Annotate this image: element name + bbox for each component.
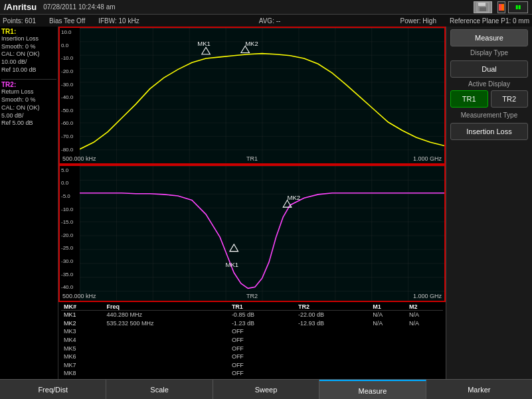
table-cell: [406, 369, 443, 378]
table-cell: N/A: [370, 319, 406, 328]
table-cell: MK1: [61, 311, 104, 319]
main-content: TR1: Insertion Loss Smooth: 0 % CAL: ON …: [0, 27, 532, 379]
svg-text:MK1: MK1: [226, 261, 239, 268]
table-cell: MK3: [61, 327, 104, 336]
bias-label: Bias Tee Off: [49, 17, 85, 25]
charts-area: 10.00.0-10.0-20.0 -30.0-40.0-50.0-60.0 -…: [58, 27, 446, 379]
tr2-label: TR2:: [1, 81, 56, 88]
tr1-cal: CAL: ON (OK): [1, 50, 56, 58]
table-cell: OFF: [229, 336, 296, 345]
logo: /Anritsu: [4, 2, 37, 12]
table-cell: MK2: [61, 319, 104, 328]
table-row: MK6OFF: [61, 353, 443, 361]
tr2-cal: CAL: ON (OK): [1, 104, 56, 112]
table-cell: OFF: [229, 353, 296, 361]
table-cell: [370, 353, 406, 361]
table-cell: [104, 327, 228, 336]
battery-indicator: [497, 1, 505, 13]
display-type-label: Display Type: [446, 46, 532, 58]
tr2-trace-label: TR2: [246, 293, 258, 299]
table-row: MK2535.232 500 MHz-1.23 dB-12.93 dBN/AN/…: [61, 319, 443, 328]
marker-button[interactable]: Marker: [426, 380, 532, 399]
measure-button[interactable]: Measure: [450, 29, 528, 46]
table-cell: [406, 336, 443, 345]
left-panel: TR1: Insertion Loss Smooth: 0 % CAL: ON …: [0, 27, 58, 379]
table-cell: [104, 369, 228, 378]
data-table: MK# Freq TR1 TR2 M1 M2 MK1440.280 MHz-0.…: [58, 302, 446, 379]
signal-indicator: ▮▮: [508, 1, 528, 13]
table-cell: [296, 345, 370, 353]
table-cell: MK7: [61, 361, 104, 370]
table-cell: OFF: [229, 361, 296, 370]
table-cell: OFF: [229, 327, 296, 336]
tr1-smooth: Smooth: 0 %: [1, 43, 56, 51]
col-mk: MK#: [61, 303, 104, 311]
tr2-freq-right: 1.000 GHz: [413, 293, 442, 299]
table-cell: [296, 369, 370, 378]
tr2-scale: 5.00 dB/: [1, 112, 56, 120]
table-cell: [370, 327, 406, 336]
tr1-select-button[interactable]: TR1: [450, 90, 488, 108]
tr1-type: Insertion Loss: [1, 35, 56, 43]
table-cell: [104, 345, 228, 353]
table-cell: [104, 336, 228, 345]
table-cell: [370, 369, 406, 378]
table-header-row: MK# Freq TR1 TR2 M1 M2: [61, 303, 443, 311]
right-panel: Measure Display Type Dual Active Display…: [446, 27, 532, 379]
table-row: MK3OFF: [61, 327, 443, 336]
col-tr2: TR2: [296, 303, 370, 311]
svg-rect-11: [80, 166, 444, 301]
table-cell: 535.232 500 MHz: [104, 319, 228, 328]
insertion-loss-button[interactable]: Insertion Loss: [450, 123, 528, 140]
ifbw-label: IFBW: 10 kHz: [98, 17, 139, 25]
table-cell: [104, 361, 228, 370]
scale-button[interactable]: Scale: [106, 380, 213, 399]
table-cell: [406, 353, 443, 361]
table-cell: MK6: [61, 353, 104, 361]
infobar: Points: 601 Bias Tee Off IFBW: 10 kHz AV…: [0, 15, 532, 27]
table-cell: OFF: [229, 369, 296, 378]
table-row: MK1440.280 MHz-0.85 dB-22.00 dBN/AN/A: [61, 311, 443, 319]
svg-text:MK2: MK2: [245, 40, 258, 47]
tr2-ref: Ref 5.00 dB: [1, 120, 56, 127]
freqdist-button[interactable]: Freq/Dist: [0, 380, 106, 399]
tr1-info: TR1: Insertion Loss Smooth: 0 % CAL: ON …: [1, 28, 56, 74]
table-cell: [296, 336, 370, 345]
tr2-y-labels: 5.00.0-5.0-10.0 -15.0-20.0-25.0-30.0 -35…: [61, 166, 73, 301]
measure-bottom-button[interactable]: Measure: [319, 380, 426, 399]
tr1-chart: 10.00.0-10.0-20.0 -30.0-40.0-50.0-60.0 -…: [58, 27, 446, 165]
meas-type-label: Measurement Type: [446, 109, 532, 120]
datetime: 07/28/2011 10:24:48 am: [43, 3, 474, 11]
tr2-chart: 5.00.0-5.0-10.0 -15.0-20.0-25.0-30.0 -35…: [58, 165, 446, 303]
sweep-button[interactable]: Sweep: [213, 380, 319, 399]
avg-label: AVG: --: [259, 17, 281, 25]
tr1-y-labels: 10.00.0-10.0-20.0 -30.0-40.0-50.0-60.0 -…: [61, 28, 73, 163]
table-cell: N/A: [370, 311, 406, 319]
tr1-label: TR1:: [1, 28, 56, 35]
table-cell: N/A: [406, 311, 443, 319]
bottom-bar: Freq/Dist Scale Sweep Measure Marker: [0, 379, 532, 399]
table-cell: [104, 353, 228, 361]
ref-plane-label: Reference Plane P1: 0 mm: [450, 17, 529, 25]
table-cell: MK8: [61, 369, 104, 378]
dual-button[interactable]: Dual: [450, 60, 528, 78]
table-cell: [370, 345, 406, 353]
tr1-trace-label: TR1: [246, 155, 258, 162]
table-cell: OFF: [229, 345, 296, 353]
tr2-select-button[interactable]: TR2: [491, 90, 529, 108]
svg-text:MK2: MK2: [288, 194, 301, 201]
table-cell: [296, 327, 370, 336]
points-label: Points: 601: [3, 17, 36, 25]
table-cell: N/A: [406, 319, 443, 328]
save-icon[interactable]: [474, 1, 492, 13]
marker-table-body: MK1440.280 MHz-0.85 dB-22.00 dBN/AN/AMK2…: [61, 311, 443, 378]
table-cell: [370, 361, 406, 370]
active-display-row: TR1 TR2: [450, 90, 528, 108]
tr2-type: Return Loss: [1, 88, 56, 96]
power-label: Power: High: [400, 17, 436, 25]
col-tr1: TR1: [229, 303, 296, 311]
table-row: MK8OFF: [61, 369, 443, 378]
tr2-smooth: Smooth: 0 %: [1, 96, 56, 104]
svg-text:MK1: MK1: [197, 40, 211, 47]
tr2-info: TR2: Return Loss Smooth: 0 % CAL: ON (OK…: [1, 81, 56, 127]
